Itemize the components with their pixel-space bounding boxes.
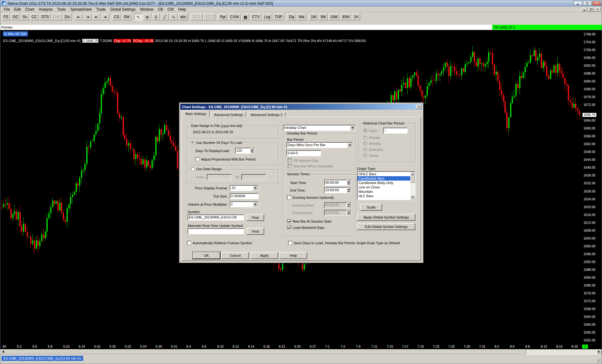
toolbar-btn-cs[interactable]: CS [112, 13, 121, 20]
volume-multiplier-select[interactable]: 1 [230, 201, 258, 207]
radio-weekly[interactable]: Weekly [364, 136, 380, 140]
radio-icon[interactable] [364, 148, 367, 151]
toolbar-btn-fs[interactable]: FS [2, 13, 10, 20]
radio-days[interactable]: Days: [364, 129, 378, 133]
toolbar-btn-cc[interactable]: CC [29, 13, 39, 20]
graph-type-list[interactable]: OHLC BarsCandlestick BarsCandlestick Bod… [357, 171, 415, 200]
use-number-of-days-radio[interactable] [191, 141, 195, 145]
radio-icon[interactable] [364, 136, 367, 140]
rollover-futures-checkbox[interactable]: Automatically Rollover Futures Symbol [187, 241, 252, 245]
apply-button[interactable]: Apply [251, 252, 278, 259]
maximize-button[interactable] [583, 1, 592, 6]
toolbar-btn-line-tool-icon[interactable]: ╱ [161, 13, 169, 20]
symbol-find-button[interactable]: Find [247, 214, 264, 221]
scroll-left-icon[interactable] [0, 349, 5, 354]
radio-monthly[interactable]: Monthly [364, 142, 381, 145]
toolbar-btn-we[interactable]: We [297, 13, 306, 20]
graph-type-option[interactable]: OHLC Bars [358, 172, 410, 176]
radio-icon[interactable] [364, 129, 367, 133]
checkbox-checked-icon[interactable] [287, 225, 291, 229]
dialog-close-button[interactable]: × [416, 105, 421, 109]
toolbar-btn-pointer-tool-icon[interactable]: ↖ [134, 13, 142, 20]
help-button[interactable]: Help [280, 252, 307, 259]
use-date-range-radio[interactable] [191, 167, 195, 171]
toolbar-btn-cross-lines-tool-icon[interactable]: ┼ [152, 13, 160, 20]
dropdown-arrow-icon[interactable] [253, 186, 258, 190]
save-defaults-checkbox[interactable]: Save Days to Load, Intraday Bar Period, … [288, 241, 400, 245]
toolbar-btn-cvw[interactable]: CVW [228, 13, 241, 20]
tab-advanced-settings[interactable]: Advanced Settings [211, 112, 246, 117]
apply-global-symbol-settings-button[interactable]: Apply Global Symbol Settings [357, 214, 415, 221]
adjust-proportional-checkbox[interactable]: Adjust Proportional With Bar Period [195, 157, 255, 161]
toolbar-btn-ctv[interactable]: CTV [250, 13, 261, 20]
to-date-input[interactable] [241, 174, 266, 180]
bar-period-input[interactable]: 0-60-0 [286, 150, 321, 156]
menu-cw[interactable]: CW [165, 7, 176, 12]
tick-size-input[interactable]: 0.250000 [230, 193, 258, 199]
checkbox-icon[interactable] [288, 241, 292, 245]
scroll-thumb[interactable] [5, 349, 526, 354]
toolbar-btn-log[interactable]: Log [262, 13, 272, 20]
end-time-input[interactable]: 23:59:59 [324, 187, 351, 193]
graph-type-option[interactable]: Mountain [358, 189, 410, 194]
ok-button[interactable]: OK [193, 252, 220, 259]
toolbar-btn-page-right-icon[interactable]: ↠ [101, 13, 109, 20]
radio-icon[interactable] [364, 154, 367, 157]
toolbar-btn-1m[interactable]: 1M [309, 13, 318, 20]
menu-chart[interactable]: Chart [23, 7, 36, 12]
start-time-spinner[interactable] [346, 180, 350, 185]
menu-global-settings[interactable]: Global Settings [108, 7, 138, 12]
scroll-up-icon[interactable] [410, 172, 415, 176]
price-display-format-select[interactable]: .01 [230, 185, 258, 191]
evening-start-input[interactable]: 00:00:00 [324, 202, 351, 208]
graph-type-option[interactable]: Candlestick Body Only [358, 181, 410, 185]
evening-end-spinner[interactable] [346, 210, 350, 215]
alt-symbol-input[interactable] [188, 228, 244, 234]
checkbox-icon[interactable] [288, 158, 292, 162]
fill-session-gap-checkbox[interactable]: Fill Session Gap [288, 158, 318, 162]
toolbar-btn-zigzag-tool-icon[interactable]: ∿ [169, 13, 178, 20]
menu-window[interactable]: Window [138, 7, 156, 12]
edit-global-symbol-settings-button[interactable]: Edit Global Symbol Settings [357, 223, 415, 230]
cancel-button[interactable]: Cancel [221, 252, 249, 259]
new-bar-at-session-start-checkbox[interactable]: New Bar At Session Start [287, 219, 332, 223]
tab-advanced-settings-2[interactable]: Advanced Settings 2 [248, 112, 286, 117]
dropdown-arrow-icon[interactable] [350, 125, 355, 130]
dropdown-arrow-icon[interactable] [347, 143, 352, 147]
bar-period-select[interactable]: Days-Mins-Secs Per Bar [286, 142, 353, 148]
status-symbol-chip[interactable]: ES.CME_20130900_ESU3.CME_Eq [C] 60 min #… [2, 356, 83, 361]
menu-edit[interactable]: Edit [12, 7, 23, 12]
menu-trade[interactable]: Trade [94, 7, 108, 12]
toolbar-btn-scroll-end-icon[interactable]: ⇥ [83, 13, 92, 20]
scroll-thumb[interactable] [410, 176, 415, 183]
child-minimize-button[interactable] [581, 7, 588, 12]
close-button[interactable]: × [592, 1, 601, 6]
date-axis[interactable]: -305-25-65-85-105-145-165-205-225-245-29… [0, 344, 582, 349]
load-weekend-data-checkbox[interactable]: Load Weekend Data [287, 225, 324, 229]
toolbar-btn-page-left-icon[interactable]: ↞ [92, 13, 100, 20]
toolbar-btn-5m[interactable]: 5M [319, 13, 328, 20]
toolbar-btn-oc[interactable]: OC [11, 13, 20, 20]
checkbox-checked-icon[interactable] [287, 219, 291, 223]
menu-spreadsheet[interactable]: Spreadsheet [68, 7, 94, 12]
evening-end-input[interactable]: 23:59:59 [324, 210, 351, 216]
radio-icon[interactable] [364, 142, 367, 145]
checkbox-icon[interactable] [195, 157, 200, 161]
menu-cb[interactable]: CB [156, 7, 165, 12]
graph-type-option[interactable]: Line on Close [358, 185, 410, 189]
toolbar-btn-sw[interactable]: SW [122, 13, 131, 20]
spin-up-icon[interactable] [250, 148, 253, 151]
toolbar-btn-crosshair-tool-icon[interactable]: ⊕ [143, 13, 151, 20]
graph-type-option[interactable]: HLC Bars [358, 194, 410, 198]
toolbar-btn-top[interactable]: TOP [273, 13, 284, 20]
toolbar-btn-dis[interactable]: Dis [63, 13, 72, 20]
spin-down-icon[interactable] [250, 151, 253, 154]
menu-help[interactable]: Help [176, 7, 188, 12]
new-bar-when-exceeded-checkbox[interactable]: New Bar When Exceeded [288, 164, 333, 168]
symbol-input[interactable]: ES.CME_20130900_ESU3.CM [188, 214, 244, 220]
chart-symbol-chip[interactable]: E-Mini SP 500 [3, 31, 28, 36]
radio-yearly[interactable]: Yearly [364, 154, 378, 157]
days-to-load-input[interactable]: 120 [235, 148, 254, 154]
end-time-spinner[interactable] [346, 188, 350, 193]
child-restore-button[interactable] [588, 7, 594, 12]
